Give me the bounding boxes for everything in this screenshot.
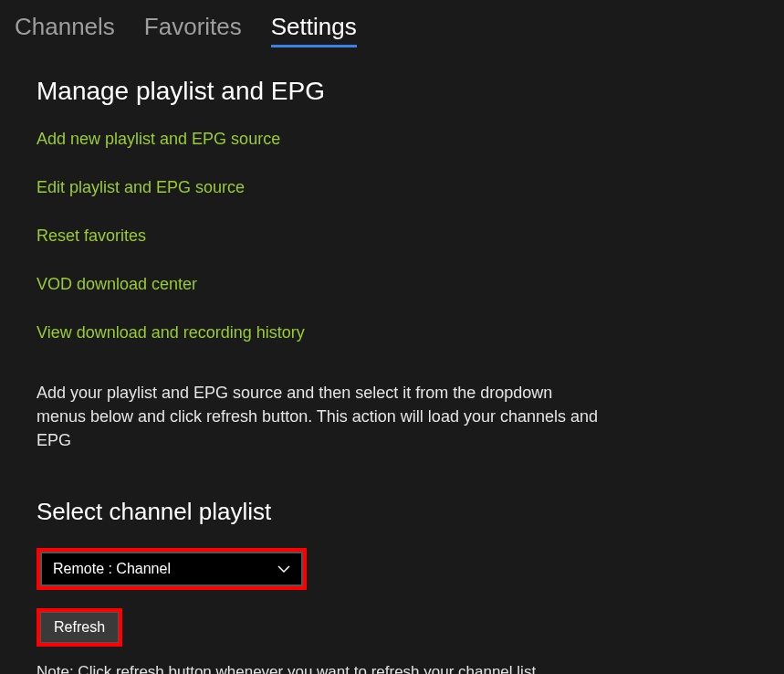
section-title-manage: Manage playlist and EPG — [37, 77, 747, 106]
tab-bar: Channels Favorites Settings — [0, 0, 784, 57]
dropdown-highlight: Remote : Channel — [37, 548, 307, 590]
link-reset-favorites[interactable]: Reset favorites — [37, 226, 747, 246]
refresh-note: Note: Click refresh button whenever you … — [37, 663, 747, 674]
refresh-highlight: Refresh — [37, 608, 122, 647]
channel-playlist-dropdown[interactable]: Remote : Channel — [40, 552, 303, 586]
link-edit-source[interactable]: Edit playlist and EPG source — [37, 178, 747, 197]
link-vod-center[interactable]: VOD download center — [37, 275, 747, 294]
link-add-source[interactable]: Add new playlist and EPG source — [37, 130, 747, 149]
tab-favorites[interactable]: Favorites — [144, 13, 242, 47]
section-title-select: Select channel playlist — [37, 498, 747, 526]
description-text: Add your playlist and EPG source and the… — [37, 381, 602, 452]
refresh-button[interactable]: Refresh — [40, 612, 119, 643]
link-view-history[interactable]: View download and recording history — [37, 323, 747, 342]
dropdown-value: Remote : Channel — [53, 561, 171, 577]
tab-channels[interactable]: Channels — [15, 13, 115, 47]
chevron-down-icon — [277, 563, 290, 575]
settings-content: Manage playlist and EPG Add new playlist… — [0, 57, 784, 674]
tab-settings[interactable]: Settings — [271, 13, 357, 47]
